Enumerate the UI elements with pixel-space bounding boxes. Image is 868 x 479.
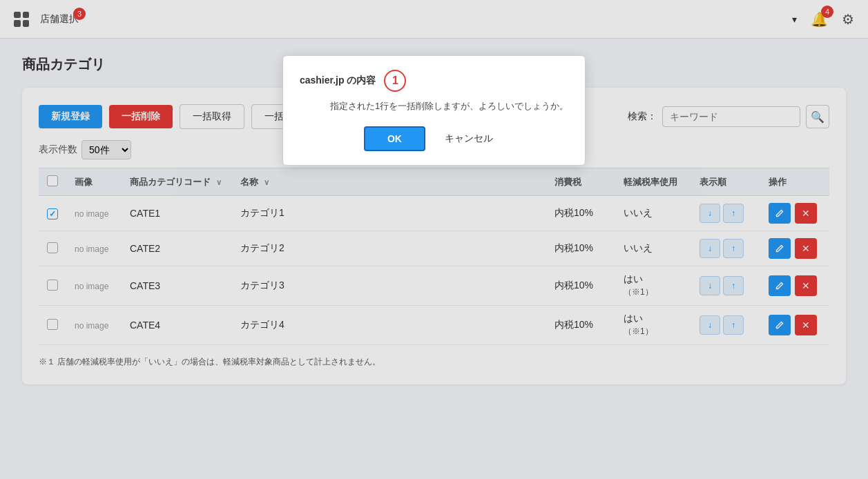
modal-message: 指定された1行を一括削除しますが、よろしいでしょうか。 <box>330 100 568 113</box>
modal-title: cashier.jp の内容 <box>300 75 376 87</box>
modal-overlay: cashier.jp の内容 1 指定された1行を一括削除しますが、よろしいでし… <box>0 0 868 401</box>
modal-buttons: OK キャンセル <box>300 126 568 151</box>
modal-circle-number: 1 <box>384 70 406 92</box>
modal-dialog: cashier.jp の内容 1 指定された1行を一括削除しますが、よろしいでし… <box>282 55 586 166</box>
modal-ok-button[interactable]: OK <box>364 126 425 151</box>
modal-cancel-button[interactable]: キャンセル <box>434 127 504 150</box>
modal-title-row: cashier.jp の内容 1 <box>300 70 568 92</box>
